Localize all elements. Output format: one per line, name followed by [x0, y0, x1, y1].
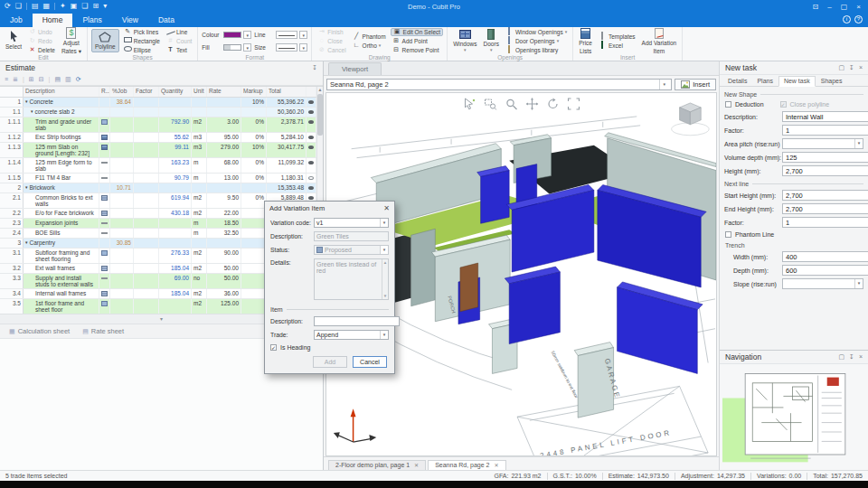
end-height-field[interactable]: [782, 203, 868, 214]
expand-caret-icon[interactable]: ▾: [25, 239, 28, 246]
close-shape-button[interactable]: ◌Close: [316, 37, 347, 45]
rotate-icon[interactable]: [546, 98, 559, 110]
is-heading-checkbox[interactable]: [270, 344, 277, 351]
add-variation-item-button[interactable]: Add Variation Item: [640, 27, 679, 53]
tab-view[interactable]: View: [112, 14, 148, 27]
viewport-tab[interactable]: Viewport: [328, 62, 382, 75]
window-openings-button[interactable]: Window Openings ▾: [504, 28, 569, 36]
line-style-swatch[interactable]: [276, 31, 297, 39]
pan-icon[interactable]: [525, 98, 538, 110]
adjust-rates-button[interactable]: $ Adjust Rates ▾: [60, 27, 83, 53]
fill-picker[interactable]: Fill ▾: [202, 42, 251, 52]
height-field[interactable]: [782, 165, 868, 176]
column-total[interactable]: Total: [267, 87, 307, 97]
chevron-down-icon[interactable]: ▾: [299, 31, 307, 39]
tab-home[interactable]: Home: [33, 14, 73, 27]
redo-button[interactable]: ↻Redo: [26, 37, 57, 45]
view-cube-gizmo[interactable]: [672, 103, 709, 136]
deduction-checkbox[interactable]: [725, 101, 731, 108]
sync-icon[interactable]: ⟳: [5, 3, 11, 10]
door-openings-button[interactable]: Door Openings ▾: [504, 37, 569, 45]
trench-depth-field[interactable]: [782, 265, 868, 276]
ortho-button[interactable]: ∟Ortho ▾: [351, 42, 388, 50]
expand-caret-icon[interactable]: ▾: [31, 108, 33, 115]
undo-button[interactable]: ↺Undo: [26, 28, 57, 36]
rectangle-button[interactable]: Rectangle: [122, 37, 162, 45]
tab-details[interactable]: Details: [723, 77, 751, 86]
select-button[interactable]: Select: [4, 31, 24, 50]
colour-swatch[interactable]: [223, 32, 241, 38]
phantom-line-checkbox[interactable]: [725, 231, 731, 238]
add-point-button[interactable]: ⊞Add Point: [391, 37, 444, 45]
phantom-button[interactable]: ╱Phantom: [351, 33, 388, 41]
select-tool-icon[interactable]: [463, 98, 476, 110]
tab-plans[interactable]: Plans: [752, 77, 778, 86]
window-icon[interactable]: ❏: [81, 3, 88, 10]
expand-caret-icon[interactable]: ▾: [25, 184, 28, 191]
table-row[interactable]: 2▾Brickwork10.7115,353.48: [0, 183, 316, 193]
float-icon[interactable]: ▢: [838, 64, 844, 71]
column-markup[interactable]: Markup: [241, 87, 267, 97]
excel-button[interactable]: Excel: [597, 42, 637, 50]
line-button[interactable]: Line: [165, 28, 193, 36]
item-description-field[interactable]: [314, 316, 400, 326]
column-rate[interactable]: Rate: [207, 87, 241, 97]
print-icon[interactable]: ▤: [32, 3, 39, 10]
pin-icon[interactable]: ↧: [849, 353, 854, 361]
pick-lines-button[interactable]: ✎Pick lines: [122, 28, 162, 36]
table-row[interactable]: 1.1.2Exc Strip footings55.62m395.000%5,2…: [0, 133, 316, 143]
chevron-down-icon[interactable]: ▾: [854, 279, 863, 288]
visibility-eye-icon[interactable]: [308, 136, 314, 139]
windows-layout-icon[interactable]: ▣: [71, 3, 78, 10]
area-pitch-combo[interactable]: ▾: [782, 138, 863, 149]
info-icon[interactable]: i: [843, 15, 851, 23]
tab-data[interactable]: Data: [148, 14, 184, 27]
description-field[interactable]: [782, 111, 868, 122]
chevron-down-icon[interactable]: ▾: [565, 29, 568, 34]
tab-calculation-sheet[interactable]: ▦Calculation sheet: [9, 327, 70, 335]
openings-library-button[interactable]: Openings library: [504, 46, 569, 54]
close-icon[interactable]: ✕: [494, 462, 498, 468]
insert-button[interactable]: Insert: [675, 79, 716, 90]
volume-depth-field[interactable]: [782, 152, 868, 163]
line-size-swatch[interactable]: [276, 43, 297, 52]
qat-dropdown-icon[interactable]: ▾: [103, 3, 107, 10]
zoom-icon[interactable]: [505, 98, 517, 110]
table-row[interactable]: 1.1▾concrete slab 250,360.20: [0, 108, 316, 117]
outdent-icon[interactable]: ≡: [5, 75, 8, 84]
indent-icon[interactable]: ≣: [13, 75, 18, 84]
collapse-all-icon[interactable]: ▥: [65, 75, 71, 84]
ellipse-button[interactable]: Ellipse: [122, 46, 162, 54]
tab-rate-sheet[interactable]: ▤Rate sheet: [82, 327, 124, 335]
column-result[interactable]: R...: [99, 87, 110, 97]
trade-combo[interactable]: Append▾: [314, 330, 389, 340]
navigation-thumbnail[interactable]: [720, 364, 868, 470]
column-quantity[interactable]: Quantity: [159, 87, 192, 97]
tab-new-task[interactable]: New task: [778, 76, 816, 87]
visibility-eye-icon[interactable]: [308, 100, 314, 104]
fill-swatch[interactable]: [223, 44, 241, 51]
chevron-down-icon[interactable]: ▾: [299, 43, 307, 52]
visibility-eye-icon[interactable]: [308, 176, 314, 180]
table-row[interactable]: 1.1.1Trim and grade under slab792.90m23.…: [0, 117, 316, 133]
refresh-estimate-icon[interactable]: ⟳: [76, 75, 81, 84]
line-style-picker[interactable]: Line ▾: [254, 30, 307, 40]
visibility-eye-icon[interactable]: [308, 110, 314, 114]
page-tab-2[interactable]: Seanna Rd, page 2✕: [428, 460, 505, 470]
doors-button[interactable]: Doors ▾: [482, 28, 501, 53]
column-job[interactable]: %Job: [110, 87, 134, 97]
close-icon[interactable]: ✕: [383, 204, 390, 212]
close-polyline-checkbox[interactable]: [780, 101, 787, 108]
delete-button[interactable]: ✕Delete: [26, 46, 57, 54]
scroll-up-icon[interactable]: ▲: [318, 87, 323, 92]
chevron-down-icon[interactable]: ▾: [854, 139, 863, 148]
restore-button[interactable]: ▢: [841, 3, 848, 11]
trench-slope-combo[interactable]: ▾: [782, 278, 863, 289]
pin-icon[interactable]: ↧: [849, 64, 854, 71]
visibility-eye-icon[interactable]: [308, 186, 314, 190]
trench-width-field[interactable]: [782, 251, 868, 262]
line-size-picker[interactable]: Size ▾: [254, 42, 307, 52]
chevron-down-icon[interactable]: ▾: [243, 43, 251, 52]
polyline-button[interactable]: Polyline: [91, 29, 119, 52]
table-icon[interactable]: ⊞: [92, 3, 99, 10]
